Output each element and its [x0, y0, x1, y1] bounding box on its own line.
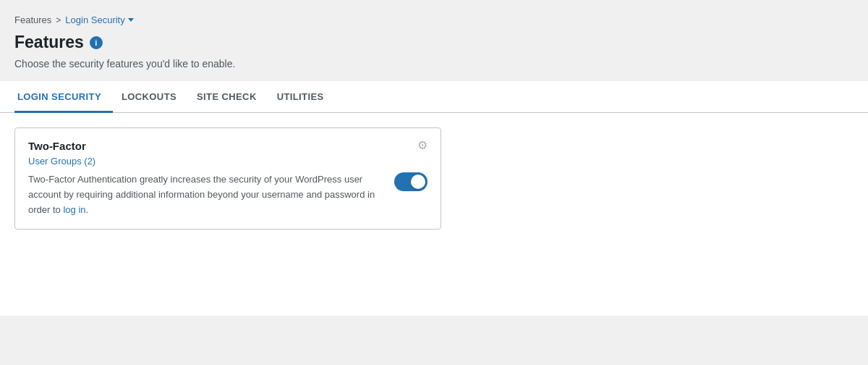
gear-icon[interactable]: ⚙ — [417, 140, 427, 151]
feature-description: Two-Factor Authentication greatly increa… — [28, 172, 383, 217]
feature-body: Two-Factor Authentication greatly increa… — [28, 172, 427, 217]
toggle-container — [394, 172, 427, 191]
two-factor-card: Two-Factor ⚙ User Groups (2) Two-Factor … — [14, 127, 441, 230]
feature-title: Two-Factor — [28, 140, 86, 152]
chevron-down-icon — [128, 18, 134, 22]
tab-login-security[interactable]: LOGIN SECURITY — [14, 81, 113, 113]
feature-description-end: . — [86, 204, 89, 215]
header-area: Features > Login Security Features i Cho… — [0, 0, 868, 81]
breadcrumb: Features > Login Security — [14, 14, 854, 25]
feature-card-header: Two-Factor ⚙ — [28, 140, 427, 152]
breadcrumb-current-label: Login Security — [65, 14, 124, 25]
tab-utilities[interactable]: UTILITIES — [274, 81, 336, 113]
tab-site-check[interactable]: SITE CHECK — [194, 81, 268, 113]
info-icon[interactable]: i — [90, 36, 103, 49]
tabs-bar: LOGIN SECURITY LOCKOUTS SITE CHECK UTILI… — [0, 81, 868, 113]
tab-lockouts[interactable]: LOCKOUTS — [119, 81, 188, 113]
page-subtitle: Choose the security features you'd like … — [14, 58, 854, 70]
page-title-row: Features i — [14, 33, 854, 52]
toggle-thumb — [411, 175, 425, 189]
tab-content-login-security: Two-Factor ⚙ User Groups (2) Two-Factor … — [0, 113, 868, 316]
breadcrumb-current[interactable]: Login Security — [65, 14, 133, 25]
content-area: LOGIN SECURITY LOCKOUTS SITE CHECK UTILI… — [0, 81, 868, 316]
two-factor-toggle[interactable] — [394, 172, 427, 191]
toggle-track — [394, 172, 427, 191]
breadcrumb-separator: > — [56, 15, 61, 25]
breadcrumb-features: Features — [14, 14, 51, 25]
page-title: Features — [14, 33, 84, 52]
user-groups-link[interactable]: User Groups (2) — [28, 156, 95, 167]
feature-description-link[interactable]: log in — [63, 204, 85, 215]
